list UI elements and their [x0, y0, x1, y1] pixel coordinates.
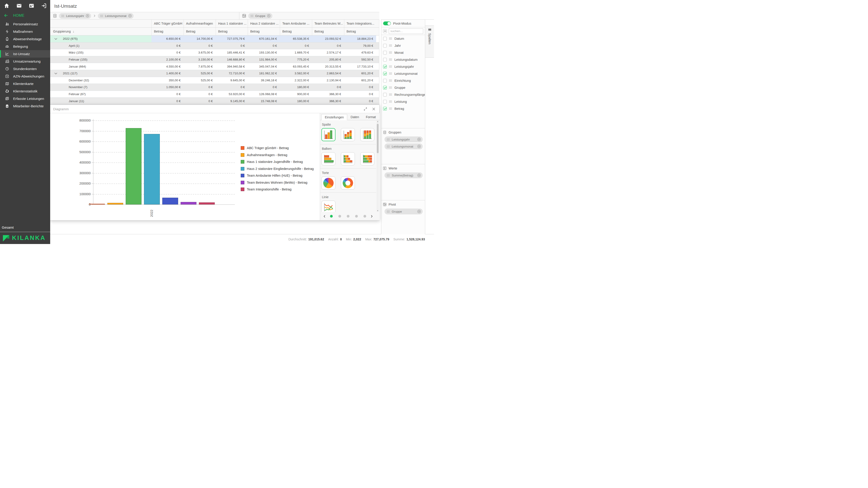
- chart-bar-abc-träger-ggmbh-betrag[interactable]: [89, 204, 105, 204]
- value-column-header[interactable]: Betrag: [248, 28, 280, 35]
- chart-bar-haus-2-stationäre-eingliederungshilfe-betrag[interactable]: [144, 134, 160, 204]
- legend-item-haus-2-stationäre-eingliederungshilfe-betrag[interactable]: Haus 2 stationäre Eingliederungshilfe - …: [241, 167, 314, 170]
- chart-type-bar-normalized[interactable]: [360, 152, 374, 165]
- chip-gruppe[interactable]: Gruppe: [248, 13, 272, 19]
- table-row-märz-155[interactable]: März (155)0 €3.675,00 €185.446,41 €193.1…: [50, 49, 379, 56]
- remove-chip-icon[interactable]: [267, 14, 271, 18]
- column-group-header-aufnahmeanfragen[interactable]: Aufnahmeanfragen: [184, 20, 216, 27]
- chart-bar-team-ambulante-hilfen-hze-betrag[interactable]: [162, 198, 178, 204]
- chart-type-line[interactable]: [321, 201, 336, 212]
- checkbox-unchecked[interactable]: [383, 44, 387, 47]
- remove-chip-icon[interactable]: [417, 144, 421, 148]
- chart-type-column-normalized[interactable]: [360, 128, 374, 141]
- chip-leistungsmonat[interactable]: Leistungsmonat: [98, 13, 133, 19]
- legend-item-team-ambulante-hilfen-hze-betrag[interactable]: Team Ambulante Hilfen (HzE) - Betrag: [241, 174, 314, 177]
- checkbox-checked[interactable]: [383, 86, 387, 90]
- tab-spalten[interactable]: Spalten: [425, 26, 434, 58]
- tab-format[interactable]: Format: [362, 114, 379, 120]
- chip-leistungsmonat[interactable]: Leistungsmonat: [384, 143, 423, 149]
- sidebar-item-stundenkonten[interactable]: Stundenkonten: [0, 65, 50, 72]
- checkbox-unchecked[interactable]: [383, 100, 387, 103]
- pager-dot-3[interactable]: [347, 215, 349, 218]
- remove-chip-icon[interactable]: [417, 210, 421, 213]
- checkbox-unchecked[interactable]: [383, 51, 387, 55]
- value-column-header[interactable]: Betrag: [280, 28, 312, 35]
- table-row-februar-67[interactable]: Februar (67)0 €0 €53.920,00 €126.068,08 …: [50, 91, 379, 98]
- legend-item-team-betreutes-wohnen-bewo-betrag[interactable]: Team Betreutes Wohnen (BeWo) - Betrag: [241, 181, 314, 184]
- sidebar-item-azn-abweichungen[interactable]: AZN-Abweichungen: [0, 72, 50, 80]
- pivot-mode-toggle[interactable]: [383, 22, 391, 25]
- chart-dialog-header[interactable]: Diagramm: [50, 105, 379, 113]
- sidebar-item-mitarbeiter-berichte[interactable]: Mitarbeiter-Berichte: [0, 102, 50, 110]
- chart-bar-haus-1-stationäre-jugendhilfe-betrag[interactable]: [126, 128, 142, 204]
- remove-chip-icon[interactable]: [417, 138, 421, 141]
- logout-icon[interactable]: [41, 3, 47, 8]
- sidebar-item-personaleinsatz[interactable]: Personaleinsatz: [0, 20, 50, 28]
- pager-dot-4[interactable]: [355, 215, 358, 218]
- chart-bar-aufnahmeanfragen-betrag[interactable]: [107, 203, 123, 204]
- table-row-november-7[interactable]: November (7)1.050,00 €0 €0 €0 €180,00 €0…: [50, 84, 379, 91]
- chip-leistungsjahr[interactable]: Leistungsjahr: [59, 13, 91, 19]
- chart-type-donut[interactable]: [341, 176, 355, 190]
- close-icon[interactable]: [372, 107, 376, 111]
- legend-item-aufnahmeanfragen-betrag[interactable]: Aufnahmeanfragen - Betrag: [241, 153, 314, 157]
- value-column-header[interactable]: Betrag: [312, 28, 344, 35]
- pager-dot-2[interactable]: [338, 215, 341, 218]
- legend-item-team-integrationshilfe-betrag[interactable]: Team Integrationshilfe - Betrag: [241, 188, 314, 191]
- table-row-januar-664[interactable]: Januar (664)4.550,00 €7.875,00 €394.940,…: [50, 63, 379, 70]
- expand-icon[interactable]: [364, 107, 367, 111]
- mail-icon[interactable]: [16, 3, 22, 8]
- table-row-2022-975[interactable]: 2022 (975)6.650,00 €14.700,00 €727.075,7…: [50, 35, 379, 42]
- legend-item-haus-1-stationäre-jugendhilfe-betrag[interactable]: Haus 1 stationäre Jugendhilfe - Betrag: [241, 160, 314, 164]
- legend-item-abc-träger-ggmbh-betrag[interactable]: ABC Träger gGmbH - Betrag: [241, 146, 314, 150]
- table-row-2021-117[interactable]: 2021 (117)1.400,00 €525,00 €72.710,00 €1…: [50, 70, 379, 77]
- sidebar-item-umsatzerwartung[interactable]: Umsatzerwartung: [0, 58, 50, 65]
- pager-next-icon[interactable]: [370, 215, 373, 218]
- remove-chip-icon[interactable]: [417, 173, 421, 177]
- pager-prev-icon[interactable]: [323, 215, 326, 218]
- tab-daten[interactable]: Daten: [347, 114, 362, 120]
- column-group-header-abc-träger-ggmbh[interactable]: ABC Träger gGmbH: [151, 20, 184, 27]
- checkbox-unchecked[interactable]: [383, 79, 387, 83]
- group-column-header[interactable]: Gruppierung↓: [50, 28, 151, 35]
- sidebar-item-klientenkarte[interactable]: Klientenkarte: [0, 80, 50, 88]
- sidebar-item-maßnahmen[interactable]: Maßnahmen: [0, 28, 50, 35]
- checkbox-unchecked[interactable]: [383, 37, 387, 40]
- table-row-januar-11[interactable]: Januar (11)0 €0 €9.145,00 €15.748,08 €18…: [50, 98, 379, 105]
- scroll-up-icon[interactable]: ▲: [377, 121, 379, 122]
- checkbox-checked[interactable]: [383, 65, 387, 68]
- pager-dot-1[interactable]: [330, 215, 333, 218]
- tab-einstellungen[interactable]: Einstellungen: [321, 114, 347, 120]
- sidebar-home[interactable]: HOME: [0, 8, 50, 18]
- chart-type-bar-stacked[interactable]: [341, 152, 355, 165]
- chip-summe-betrag[interactable]: Summe(Betrag): [384, 172, 423, 178]
- home-icon[interactable]: [4, 3, 9, 8]
- column-group-header-team-betreutes-w[interactable]: Team Betreutes W...: [312, 20, 344, 27]
- remove-chip-icon[interactable]: [86, 14, 89, 18]
- value-column-header[interactable]: Betrag: [184, 28, 216, 35]
- expand-chevron-icon[interactable]: [54, 71, 58, 76]
- chip-leistungsjahr[interactable]: Leistungsjahr: [384, 136, 423, 142]
- chart-type-column-grouped[interactable]: [321, 128, 336, 141]
- chart-bar-team-integrationshilfe-betrag[interactable]: [199, 202, 215, 204]
- column-group-header-haus-1-stationäre[interactable]: Haus 1 stationäre ...: [216, 20, 248, 27]
- select-all-checkbox[interactable]: [383, 29, 387, 33]
- settings-scrollbar[interactable]: ▲ ▼: [377, 120, 379, 212]
- chip-gruppe[interactable]: Gruppe: [384, 208, 423, 215]
- value-column-header[interactable]: Betrag: [151, 28, 184, 35]
- remove-chip-icon[interactable]: [128, 14, 132, 18]
- sidebar-item-belegung[interactable]: Belegung: [0, 43, 50, 50]
- checkbox-checked[interactable]: [383, 107, 387, 110]
- sidebar-item-erfasste-leistungen[interactable]: Erfasste Leistungen: [0, 95, 50, 102]
- pager-dot-5[interactable]: [364, 215, 366, 218]
- sidebar-item-abwesenheitstage[interactable]: Abwesenheitstage: [0, 35, 50, 43]
- table-row-februar-155[interactable]: Februar (155)2.100,00 €3.150,00 €146.688…: [50, 56, 379, 63]
- column-search-input[interactable]: [389, 29, 423, 34]
- table-row-dezember-32[interactable]: Dezember (32)350,00 €525,00 €9.645,00 €3…: [50, 77, 379, 84]
- checkbox-unchecked[interactable]: [383, 58, 387, 61]
- chart-type-pie[interactable]: [321, 176, 336, 190]
- column-group-header-haus-2-stationäre[interactable]: Haus 2 stationäre ...: [248, 20, 280, 27]
- value-column-header[interactable]: Betrag: [216, 28, 248, 35]
- contacts-icon[interactable]: [29, 3, 34, 8]
- sidebar-item-klientenstatistik[interactable]: Klientenstatistik: [0, 88, 50, 95]
